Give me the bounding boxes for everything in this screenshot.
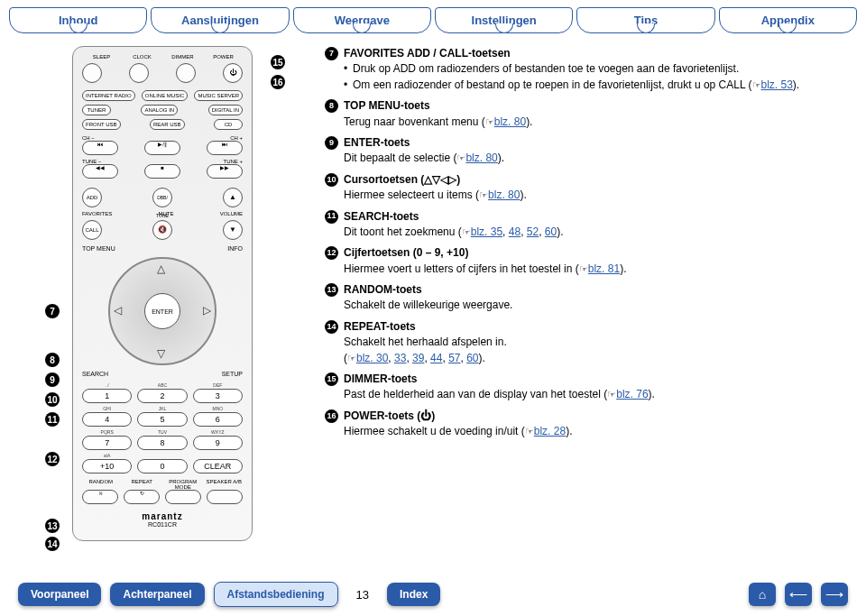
volume-label: VOLUME [220, 211, 243, 216]
remote-illustration-column: 7 8 9 10 11 12 13 14 15 16 SLEEP CLOCK D… [18, 46, 307, 524]
remote-control-diagram: SLEEP CLOCK DIMMER POWER ⏻ INTERNET RADI… [72, 46, 253, 541]
link-blz80c[interactable]: blz. 80 [488, 188, 520, 201]
link-blz60a[interactable]: 60 [545, 225, 557, 238]
foot-afstandsbediening[interactable]: Afstandsbediening [214, 582, 338, 607]
add-button: ADD [82, 188, 102, 207]
link-blz53[interactable]: blz. 53 [761, 78, 793, 91]
front-usb-button: FRONT USB [82, 119, 121, 130]
sleep-button [82, 63, 102, 83]
desc7-body1: Druk op ADD om radiozenders of bestanden… [344, 61, 848, 77]
link-blz52[interactable]: 52 [527, 225, 539, 238]
tab-instellingen[interactable]: Instellingen [435, 7, 573, 33]
home-icon[interactable]: ⌂ [749, 583, 776, 606]
tab-weergave[interactable]: Weergave [293, 7, 431, 33]
remote-label-power: POWER [204, 54, 243, 60]
link-blz39[interactable]: 39 [412, 352, 424, 364]
digital-in-button: DIGITAL IN [208, 105, 243, 115]
link-blz28[interactable]: blz. 28 [534, 425, 566, 437]
cursor-down-icon: ▽ [157, 347, 165, 360]
remote-label-dimmer: DIMMER [163, 54, 202, 60]
call-button: CALL [82, 220, 102, 240]
enter-button: ENTER [144, 293, 180, 329]
desc7-title: FAVORITES ADD / CALL-toetsen [344, 46, 511, 61]
badge-10: 10 [325, 173, 338, 187]
link-blz81[interactable]: blz. 81 [588, 262, 620, 275]
model-label: RC011CR [82, 521, 243, 528]
tab-tips[interactable]: Tips [576, 7, 714, 33]
callout-13: 13 [45, 519, 60, 533]
desc7-body2: Om een radiozender of bestand op te roep… [353, 78, 752, 91]
dbb-tone-button: DBB/ TONE [152, 188, 172, 207]
top-nav: Inhoud Aansluitingen Weergave Instelling… [0, 0, 866, 37]
foot-achterpaneel[interactable]: Achterpaneel [110, 583, 204, 606]
stop-button: ■ [144, 164, 180, 179]
search-label: SEARCH [82, 371, 108, 377]
callout-10: 10 [45, 392, 60, 407]
info-label: INFO [227, 245, 243, 252]
fast-forward-button: ▶▶ [207, 164, 243, 179]
callout-15: 15 [271, 55, 285, 69]
remote-label-sleep: SLEEP [82, 54, 121, 60]
repeat-label: REPEAT [124, 479, 161, 490]
play-pause-button: ▶/∥ [144, 141, 180, 155]
link-blz30[interactable]: blz. 30 [356, 352, 388, 364]
callout-9: 9 [45, 372, 60, 387]
tuner-button: TUNER [82, 105, 111, 115]
callout-16: 16 [271, 75, 285, 89]
key-7: 7 [82, 436, 132, 450]
link-blz33[interactable]: 33 [394, 352, 406, 364]
desc16-title: POWER-toets (⏻) [344, 409, 435, 424]
desc14-title: REPEAT-toets [344, 319, 416, 335]
key-clear: CLEAR [193, 459, 243, 473]
key-5: 5 [137, 412, 187, 427]
tab-aansluitingen[interactable]: Aansluitingen [151, 7, 289, 33]
tab-inhoud[interactable]: Inhoud [9, 7, 147, 33]
mute-label: MUTE [158, 211, 173, 216]
link-blz60b[interactable]: 60 [466, 352, 478, 364]
hand-icon: ☞ [462, 226, 471, 237]
link-blz80b[interactable]: blz. 80 [465, 152, 497, 164]
link-blz44[interactable]: 44 [430, 352, 442, 364]
cursor-up-icon: △ [157, 262, 165, 275]
link-blz57[interactable]: 57 [448, 352, 460, 364]
next-page-icon[interactable]: ⟶ [821, 583, 848, 606]
speaker-ab-button [207, 490, 243, 504]
tab-appendix[interactable]: Appendix [719, 7, 857, 33]
link-blz48[interactable]: 48 [509, 225, 521, 238]
brand-label: marantz [82, 511, 243, 521]
description-column: 7FAVORITES ADD / CALL-toetsen Druk op AD… [325, 46, 848, 524]
analog-in-button: ANALOG IN [141, 105, 178, 115]
foot-voorpaneel[interactable]: Voorpaneel [18, 583, 101, 606]
number-pad: . /1 ABC2 DEF3 GHI4 JKL5 MNO6 PQRS7 TUV8… [82, 382, 243, 473]
badge-7: 7 [325, 47, 338, 60]
key-plus10: +10 [82, 459, 132, 473]
online-music-button: ONLINE MUSIC [142, 90, 188, 101]
music-server-button: MUSIC SERVER [194, 90, 243, 101]
key-2: 2 [137, 389, 187, 403]
desc11-title: SEARCH-toets [344, 209, 419, 225]
key-9: 9 [193, 436, 243, 450]
prev-track-button: ⏮ [82, 141, 118, 155]
badge-9: 9 [325, 136, 338, 150]
badge-12: 12 [325, 246, 338, 260]
desc15-title: DIMMER-toets [344, 372, 417, 387]
prev-page-icon[interactable]: ⟵ [785, 583, 812, 606]
badge-16: 16 [325, 409, 338, 423]
link-blz76[interactable]: blz. 76 [616, 388, 648, 400]
setup-label: SETUP [222, 371, 243, 377]
random-label: RANDOM [82, 479, 120, 490]
foot-index[interactable]: Index [387, 583, 440, 606]
callout-8: 8 [45, 353, 60, 367]
callout-7: 7 [45, 304, 60, 318]
callout-11: 11 [45, 412, 60, 427]
link-blz80a[interactable]: blz. 80 [494, 115, 526, 128]
hand-icon: ☞ [525, 426, 534, 437]
badge-8: 8 [325, 99, 338, 113]
rear-usb-button: REAR USB [150, 119, 185, 130]
hand-icon: ☞ [579, 263, 588, 274]
desc10-title: Cursortoetsen (△▽◁▷) [344, 172, 460, 188]
rewind-button: ◀◀ [82, 164, 118, 179]
link-blz35[interactable]: blz. 35 [471, 225, 502, 238]
badge-13: 13 [325, 283, 338, 297]
clock-button [129, 63, 149, 83]
